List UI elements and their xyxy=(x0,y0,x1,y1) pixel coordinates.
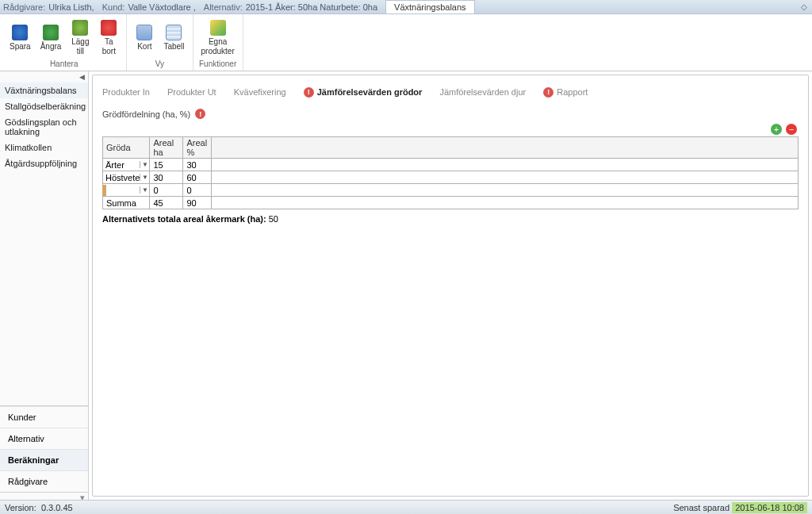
window-tab-active[interactable]: Växtnäringsbalans xyxy=(385,0,475,13)
table-sum-row: Summa4590 xyxy=(103,197,799,209)
warning-icon: ! xyxy=(195,109,205,119)
sum-ha: 45 xyxy=(150,197,183,209)
col-groda[interactable]: Gröda xyxy=(103,137,150,159)
table-view-button[interactable]: Tabell xyxy=(159,21,189,53)
areal-ha-cell[interactable]: 0 xyxy=(150,184,183,197)
status-bar: Version: 0.3.0.45 Senast sparad 2015-06-… xyxy=(0,500,812,514)
table-icon xyxy=(166,25,182,40)
tab-label: Produkter In xyxy=(102,87,150,97)
title-bar: Rådgivare: Ulrika Listh, Kund: Valle Väx… xyxy=(0,0,812,14)
version-value: 0.3.0.45 xyxy=(41,503,73,512)
groda-cell[interactable]: ▼ xyxy=(103,184,150,197)
table-row[interactable]: Höstvete▼3060 xyxy=(103,171,799,184)
blank-cell xyxy=(212,171,799,184)
undo-button[interactable]: Ångra xyxy=(36,21,67,53)
crumb-kund-val: Valle Växtodlare , xyxy=(128,2,200,12)
sidebar-item-vaxtnaring[interactable]: Växtnäringsbalans xyxy=(0,82,88,98)
window-menu-icon[interactable]: ◇ xyxy=(796,2,812,11)
ribbon: Spara Ångra Lägg till Ta bort Hantera Ko… xyxy=(0,14,812,71)
tab-jamforelse-grodor[interactable]: !Jämförelsevärden grödor xyxy=(304,87,423,98)
blank-cell xyxy=(212,184,799,197)
add-button[interactable]: Lägg till xyxy=(66,17,94,58)
warning-icon: ! xyxy=(543,87,553,98)
sum-pct: 90 xyxy=(183,197,212,209)
sidebar-section-radgivare[interactable]: Rådgivare xyxy=(0,470,88,492)
blank-cell xyxy=(212,159,799,171)
areal-pct-cell[interactable]: 0 xyxy=(183,184,212,197)
tab-rapport[interactable]: !Rapport xyxy=(543,87,588,98)
tab-jamforelse-djur[interactable]: Jämförelsevärden djur xyxy=(439,87,526,97)
sidebar: ◀ VäxtnäringsbalansStallgödselberäkningG… xyxy=(0,71,89,500)
areal-ha-cell[interactable]: 15 xyxy=(150,159,183,171)
sidebar-collapse-icon[interactable]: ◀ xyxy=(0,71,88,82)
add-row-button[interactable]: + xyxy=(771,124,782,135)
plus-icon xyxy=(72,20,88,36)
tab-produkter-in[interactable]: Produkter In xyxy=(102,87,150,97)
chevron-down-icon[interactable]: ▼ xyxy=(140,161,149,168)
tab-label: Kvävefixering xyxy=(234,87,286,97)
areal-pct-cell[interactable]: 60 xyxy=(183,171,212,184)
tab-bar: Produkter InProdukter UtKvävefixering!Jä… xyxy=(102,82,799,102)
totals-label: Alternativets totala areal åkermark (ha)… xyxy=(102,214,266,224)
table-row[interactable]: ▼00 xyxy=(103,184,799,197)
save-button[interactable]: Spara xyxy=(5,21,36,53)
minus-icon xyxy=(101,20,117,36)
tab-produkter-ut[interactable]: Produkter Ut xyxy=(167,87,216,97)
sum-label: Summa xyxy=(103,197,150,209)
sidebar-section-berakningar[interactable]: Beräkningar xyxy=(0,449,88,470)
save-icon xyxy=(12,25,28,40)
card-icon xyxy=(136,25,152,40)
tab-kvavefixering[interactable]: Kvävefixering xyxy=(234,87,286,97)
areal-pct-cell[interactable]: 30 xyxy=(183,159,212,171)
chevron-down-icon[interactable]: ▼ xyxy=(140,174,149,181)
sidebar-section-alternativ[interactable]: Alternativ xyxy=(0,428,88,449)
tab-label: Jämförelsevärden grödor xyxy=(317,87,423,97)
col-rest xyxy=(212,137,799,159)
ribbon-group-vy: Vy xyxy=(130,59,189,69)
section-title: Grödfördelning (ha, %) xyxy=(102,109,190,119)
crumb-radgivare-val: Ulrika Listh, xyxy=(48,2,98,12)
sidebar-expand-icon[interactable]: ▾ xyxy=(0,492,88,500)
blank-cell xyxy=(212,197,799,209)
crumb-alt-val: 2015-1 Åker: 50ha Naturbete: 0ha xyxy=(246,2,382,12)
card-view-button[interactable]: Kort xyxy=(130,21,159,53)
last-saved-label: Senast sparad xyxy=(673,503,730,512)
totals-value: 50 xyxy=(269,214,278,224)
areal-ha-cell[interactable]: 30 xyxy=(150,171,183,184)
version-label: Version: xyxy=(5,503,36,512)
sidebar-item-klimat[interactable]: Klimatkollen xyxy=(0,140,88,155)
tab-label: Jämförelsevärden djur xyxy=(439,87,526,97)
crumb-alt-label: Alternativ: xyxy=(201,2,246,12)
sidebar-section-kunder[interactable]: Kunder xyxy=(0,406,88,428)
col-areal-pct[interactable]: Areal % xyxy=(183,137,212,159)
undo-icon xyxy=(43,25,59,40)
own-products-button[interactable]: Egna produkter xyxy=(197,17,239,58)
sidebar-item-stallgodsel[interactable]: Stallgödselberäkning xyxy=(0,98,88,114)
tab-label: Produkter Ut xyxy=(167,87,216,97)
pencil-plus-icon xyxy=(210,20,226,36)
crumb-radgivare-label: Rådgivare: xyxy=(0,2,48,12)
table-row[interactable]: Ärter▼1530 xyxy=(103,159,799,171)
remove-row-button[interactable]: − xyxy=(786,124,797,135)
last-saved-value: 2015-06-18 10:08 xyxy=(732,502,807,513)
warning-icon: ! xyxy=(304,87,314,98)
groda-cell[interactable]: Ärter▼ xyxy=(103,159,150,171)
remove-button[interactable]: Ta bort xyxy=(94,17,123,58)
ribbon-group-hantera: Hantera xyxy=(5,59,123,69)
ribbon-group-funktioner: Funktioner xyxy=(197,59,239,69)
groda-table: Gröda Areal ha Areal % Ärter▼1530Höstvet… xyxy=(102,136,799,209)
tab-label: Rapport xyxy=(557,87,588,97)
groda-cell[interactable]: Höstvete▼ xyxy=(103,171,150,184)
sidebar-item-atgard[interactable]: Åtgärdsuppföljning xyxy=(0,155,88,171)
sidebar-item-godslingsplan[interactable]: Gödslingsplan och utlakning xyxy=(0,114,88,140)
chevron-down-icon[interactable]: ▼ xyxy=(140,186,149,194)
crumb-kund-label: Kund: xyxy=(99,2,128,12)
col-areal-ha[interactable]: Areal ha xyxy=(150,137,183,159)
